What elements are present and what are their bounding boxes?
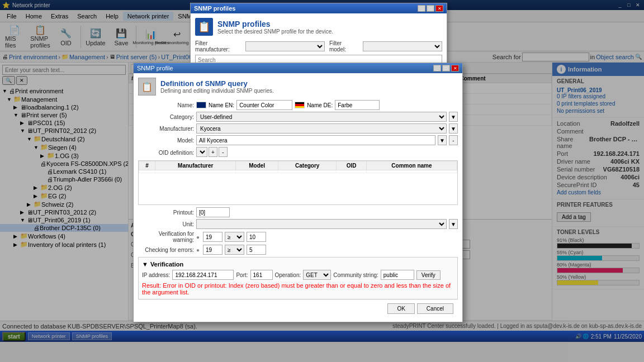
- model-label: Model:: [138, 137, 194, 144]
- verify-result-text: Result: Error in OID or printout: Index …: [142, 282, 454, 296]
- name-en-input[interactable]: [236, 100, 292, 110]
- printout-input[interactable]: [196, 207, 230, 217]
- oid-table-container: # Manufacturer Model Category OID Common…: [138, 160, 458, 205]
- filter-manufacturer-label: Filter manufacturer:: [195, 40, 241, 53]
- verify-operation-select[interactable]: GET: [303, 270, 331, 280]
- verify-port-input[interactable]: [250, 270, 273, 280]
- name-de-input[interactable]: [335, 100, 380, 110]
- name-de-prefix: Name DE:: [307, 102, 333, 108]
- unit-expand-btn[interactable]: ▼: [449, 219, 458, 229]
- category-label: Category:: [138, 114, 194, 120]
- verify-warn-row: Verification for warning: ● ≥: [138, 231, 458, 243]
- oid-col-hash: #: [139, 161, 155, 170]
- verify-ip-row: IP address: Port: Operation: GET Communi…: [142, 270, 454, 280]
- oid-def-controls: + -: [196, 147, 458, 158]
- snmp-def-modal-text: Definition of SNMP query Defining and ed…: [160, 79, 274, 94]
- snmp-def-modal-footer: OK Cancel: [138, 299, 458, 317]
- snmp-def-maximize-btn[interactable]: □: [442, 65, 450, 72]
- model-input[interactable]: [196, 135, 435, 145]
- verify-section: ▼ Verification IP address: Port: Operati…: [138, 257, 458, 299]
- snmp-def-modal-h2: Definition of SNMP query: [160, 79, 274, 88]
- oid-def-label: OID definition:: [138, 150, 194, 156]
- model-form-row: Model: ▼ -: [138, 135, 458, 145]
- oid-add-btn[interactable]: +: [209, 147, 217, 157]
- result-value: Error in OID or printout: Index (zero ba…: [142, 282, 451, 296]
- filter-model-label: Filter model:: [329, 40, 358, 53]
- snmp-def-modal-icon: 📋: [138, 78, 156, 96]
- verify-button[interactable]: Verify: [416, 270, 441, 280]
- snmp-profiles-close-btn[interactable]: ✕: [435, 5, 443, 12]
- snmp-def-modal-header: SNMP profile _ □ ✕: [134, 63, 462, 73]
- printout-form-row: Printout:: [138, 207, 458, 217]
- oid-col-oid: OID: [337, 161, 366, 170]
- snmp-profiles-modal-text: SNMP profiles Select the desired SNMP pr…: [217, 20, 333, 35]
- snmp-profiles-modal-header: SNMP profiles _ □ ✕: [191, 3, 447, 13]
- category-form-row: Category: User-defined ▼: [138, 112, 458, 122]
- filter-manufacturer-row: Filter manufacturer: Filter model:: [195, 40, 442, 53]
- model-minus-btn[interactable]: -: [449, 135, 458, 145]
- snmp-profiles-modal-h2: SNMP profiles: [217, 20, 333, 28]
- result-label: Result:: [142, 282, 163, 289]
- snmp-profiles-modal-title: SNMP profiles: [194, 5, 235, 12]
- cancel-button[interactable]: Cancel: [417, 303, 453, 314]
- check-err-threshold[interactable]: [247, 245, 266, 255]
- snmp-def-modal-desc: Defining and editing individual SNMP que…: [160, 88, 274, 94]
- model-expand-btn[interactable]: ▼: [438, 135, 447, 145]
- name-en-prefix: Name EN:: [209, 102, 234, 108]
- verify-warn-label: Verification for warning:: [138, 231, 194, 243]
- flag-de-icon: [295, 102, 305, 108]
- unit-select[interactable]: [196, 219, 447, 229]
- check-err-label: Checking for errors:: [138, 247, 194, 253]
- filter-model-select[interactable]: [363, 41, 442, 51]
- snmp-def-close-btn[interactable]: ✕: [451, 65, 459, 72]
- category-select[interactable]: User-defined: [196, 112, 447, 122]
- snmp-def-modal-controls: _ □ ✕: [433, 65, 459, 72]
- verify-section-title: Verification: [150, 261, 183, 268]
- snmp-def-modal: SNMP profile _ □ ✕ 📋 Definition of SNMP …: [133, 63, 463, 322]
- oid-minus-btn[interactable]: -: [219, 147, 228, 157]
- oid-col-manufacturer: Manufacturer: [155, 161, 236, 170]
- category-expand-btn[interactable]: ▼: [449, 112, 458, 122]
- verify-community-label: Community string:: [333, 272, 378, 278]
- oid-def-form-row: OID definition: + -: [138, 147, 458, 158]
- verify-community-input[interactable]: [381, 270, 414, 280]
- oid-col-model: Model: [236, 161, 278, 170]
- oid-table-row[interactable]: [139, 170, 457, 173]
- verify-operation-label: Operation:: [275, 272, 301, 278]
- snmp-profiles-maximize-btn[interactable]: □: [427, 5, 434, 12]
- name-form-row: Name: Name EN: Name DE:: [138, 100, 458, 110]
- verify-ip-label: IP address:: [142, 272, 170, 278]
- oid-table: # Manufacturer Model Category OID Common…: [139, 161, 457, 173]
- ok-button[interactable]: OK: [387, 303, 414, 314]
- snmp-profiles-minimize-btn[interactable]: _: [418, 5, 425, 12]
- manufacturer-form-row: Manufacturer: Kyocera ▼: [138, 123, 458, 134]
- oid-col-category: Category: [278, 161, 337, 170]
- snmp-profiles-modal-icon: 📋: [195, 18, 213, 36]
- snmp-def-title-area: 📋 Definition of SNMP query Defining and …: [138, 78, 458, 96]
- verify-warn-sign-select[interactable]: ≥: [225, 232, 244, 242]
- check-err-val1[interactable]: [203, 245, 222, 255]
- snmp-profiles-modal-subtitle: Select the desired SNMP profile for the …: [217, 28, 333, 35]
- unit-label: Unit:: [138, 221, 194, 227]
- snmp-def-minimize-btn[interactable]: _: [433, 65, 441, 72]
- check-err-sign-select[interactable]: ≥: [225, 245, 244, 255]
- oid-col-common: Common name: [366, 161, 457, 170]
- flag-en-icon: [196, 102, 206, 108]
- verify-port-label: Port:: [236, 272, 248, 278]
- oid-select[interactable]: [196, 147, 207, 157]
- printout-label: Printout:: [138, 209, 194, 216]
- unit-form-row: Unit: ▼: [138, 219, 458, 229]
- verify-ip-input[interactable]: [172, 270, 234, 280]
- manufacturer-select[interactable]: Kyocera: [196, 123, 447, 134]
- name-label: Name:: [138, 102, 194, 108]
- verify-title[interactable]: ▼ Verification: [142, 261, 454, 268]
- snmp-profiles-modal-controls: _ □ ✕: [418, 5, 443, 12]
- filter-manufacturer-select[interactable]: [245, 41, 325, 51]
- check-err-row: Checking for errors: ● ≥: [138, 245, 458, 255]
- manufacturer-expand-btn[interactable]: ▼: [449, 123, 458, 134]
- manufacturer-label: Manufacturer:: [138, 126, 194, 132]
- verify-warn-threshold[interactable]: [247, 232, 266, 242]
- verify-warn-val1[interactable]: [203, 232, 222, 242]
- modal-overlay: SNMP profiles _ □ ✕ 📋 SNMP profiles Sele…: [0, 0, 644, 362]
- snmp-def-modal-title: SNMP profile: [137, 65, 173, 72]
